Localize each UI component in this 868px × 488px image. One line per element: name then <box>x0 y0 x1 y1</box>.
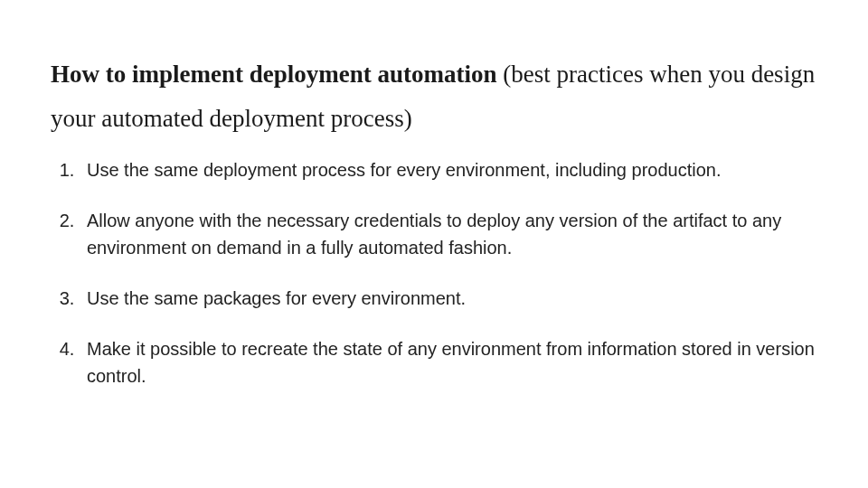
list-item-text: Use the same deployment process for ever… <box>87 160 721 180</box>
list-item: Make it possible to recreate the state o… <box>80 335 817 389</box>
list-item-text: Use the same packages for every environm… <box>87 288 466 308</box>
list-item-text: Make it possible to recreate the state o… <box>87 339 815 386</box>
page-title: How to implement deployment automation (… <box>51 52 817 140</box>
list-item: Allow anyone with the necessary credenti… <box>80 207 817 261</box>
slide: How to implement deployment automation (… <box>0 0 868 488</box>
practices-list: Use the same deployment process for ever… <box>51 156 817 389</box>
list-item-text: Allow anyone with the necessary credenti… <box>87 211 781 258</box>
title-bold: How to implement deployment automation <box>51 61 496 88</box>
list-item: Use the same packages for every environm… <box>80 285 817 312</box>
list-item: Use the same deployment process for ever… <box>80 156 817 183</box>
